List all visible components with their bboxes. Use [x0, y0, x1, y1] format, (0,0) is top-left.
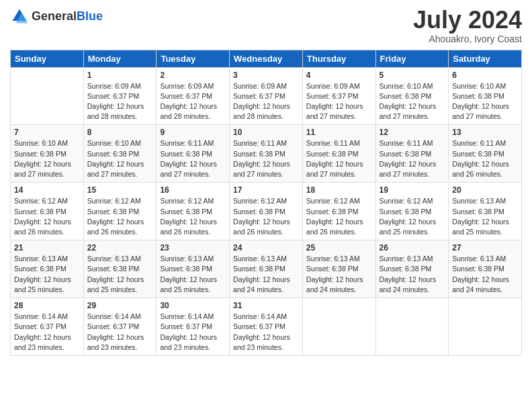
day-info: Sunrise: 6:12 AM Sunset: 6:38 PM Dayligh… [160, 196, 226, 237]
day-info: Sunrise: 6:12 AM Sunset: 6:38 PM Dayligh… [87, 196, 153, 237]
daylight-text: Daylight: 12 hours and 28 minutes. [160, 101, 226, 122]
day-number: 28 [14, 301, 80, 310]
logo: GeneralBlue [10, 7, 103, 26]
sunset-text: Sunset: 6:38 PM [233, 149, 299, 159]
day-number: 2 [160, 71, 226, 80]
title-area: July 2024 Ahouakro, Ivory Coast [413, 7, 522, 44]
daylight-text: Daylight: 12 hours and 24 minutes. [233, 275, 299, 295]
sunset-text: Sunset: 6:38 PM [160, 264, 226, 274]
sunset-text: Sunset: 6:38 PM [452, 264, 518, 274]
table-row: 6 Sunrise: 6:10 AM Sunset: 6:38 PM Dayli… [449, 67, 522, 125]
sunrise-text: Sunrise: 6:10 AM [452, 81, 518, 91]
calendar-table: Sunday Monday Tuesday Wednesday Thursday… [10, 50, 522, 356]
day-number: 30 [160, 301, 226, 310]
sunset-text: Sunset: 6:37 PM [233, 91, 299, 101]
sunrise-text: Sunrise: 6:12 AM [306, 196, 372, 206]
table-row: 27 Sunrise: 6:13 AM Sunset: 6:38 PM Dayl… [449, 240, 522, 298]
sunrise-text: Sunrise: 6:12 AM [380, 196, 445, 206]
day-info: Sunrise: 6:14 AM Sunset: 6:37 PM Dayligh… [233, 312, 299, 353]
sunrise-text: Sunrise: 6:11 AM [380, 138, 445, 148]
day-info: Sunrise: 6:11 AM Sunset: 6:38 PM Dayligh… [452, 138, 518, 179]
sunrise-text: Sunrise: 6:14 AM [87, 312, 153, 322]
sunset-text: Sunset: 6:38 PM [14, 149, 80, 159]
table-row: 19 Sunrise: 6:12 AM Sunset: 6:38 PM Dayl… [375, 183, 449, 240]
day-info: Sunrise: 6:11 AM Sunset: 6:38 PM Dayligh… [233, 138, 299, 179]
sunrise-text: Sunrise: 6:09 AM [87, 81, 153, 91]
sunrise-text: Sunrise: 6:12 AM [87, 196, 153, 206]
day-number: 8 [87, 128, 153, 137]
daylight-text: Daylight: 12 hours and 26 minutes. [452, 159, 518, 179]
sunset-text: Sunset: 6:37 PM [14, 322, 80, 332]
sunrise-text: Sunrise: 6:14 AM [160, 312, 226, 322]
sunset-text: Sunset: 6:38 PM [452, 91, 518, 101]
daylight-text: Daylight: 12 hours and 26 minutes. [87, 217, 153, 237]
calendar-body: 1 Sunrise: 6:09 AM Sunset: 6:37 PM Dayli… [11, 67, 522, 355]
daylight-text: Daylight: 12 hours and 27 minutes. [380, 101, 445, 122]
sunrise-text: Sunrise: 6:12 AM [14, 196, 80, 206]
sunset-text: Sunset: 6:37 PM [160, 322, 226, 332]
table-row: 15 Sunrise: 6:12 AM Sunset: 6:38 PM Dayl… [83, 183, 157, 240]
logo-blue: Blue [77, 9, 103, 23]
day-number: 26 [380, 243, 445, 253]
header-thursday: Thursday [302, 50, 375, 67]
daylight-text: Daylight: 12 hours and 23 minutes. [87, 332, 153, 353]
day-number: 4 [306, 71, 372, 80]
day-info: Sunrise: 6:11 AM Sunset: 6:38 PM Dayligh… [380, 138, 445, 179]
day-number: 11 [306, 128, 372, 137]
table-row: 2 Sunrise: 6:09 AM Sunset: 6:37 PM Dayli… [157, 67, 230, 125]
sunrise-text: Sunrise: 6:10 AM [14, 138, 80, 148]
day-info: Sunrise: 6:09 AM Sunset: 6:37 PM Dayligh… [87, 81, 153, 122]
day-number: 20 [452, 185, 518, 195]
daylight-text: Daylight: 12 hours and 27 minutes. [452, 101, 518, 122]
daylight-text: Daylight: 12 hours and 24 minutes. [380, 275, 445, 295]
table-row: 24 Sunrise: 6:13 AM Sunset: 6:38 PM Dayl… [230, 240, 303, 298]
daylight-text: Daylight: 12 hours and 26 minutes. [160, 217, 226, 237]
day-number: 7 [14, 128, 80, 137]
sunset-text: Sunset: 6:38 PM [87, 207, 153, 217]
day-info: Sunrise: 6:13 AM Sunset: 6:38 PM Dayligh… [233, 254, 299, 295]
table-row: 21 Sunrise: 6:13 AM Sunset: 6:38 PM Dayl… [11, 240, 84, 298]
day-number: 15 [87, 185, 153, 195]
sunrise-text: Sunrise: 6:13 AM [233, 254, 299, 264]
daylight-text: Daylight: 12 hours and 28 minutes. [87, 101, 153, 122]
sunset-text: Sunset: 6:38 PM [306, 207, 372, 217]
daylight-text: Daylight: 12 hours and 24 minutes. [306, 275, 372, 295]
table-row: 28 Sunrise: 6:14 AM Sunset: 6:37 PM Dayl… [11, 298, 84, 356]
day-info: Sunrise: 6:09 AM Sunset: 6:37 PM Dayligh… [233, 81, 299, 122]
sunset-text: Sunset: 6:38 PM [160, 207, 226, 217]
table-row: 17 Sunrise: 6:12 AM Sunset: 6:38 PM Dayl… [230, 183, 303, 240]
logo-general: General [32, 9, 77, 23]
sunset-text: Sunset: 6:38 PM [233, 207, 299, 217]
daylight-text: Daylight: 12 hours and 26 minutes. [14, 217, 80, 237]
daylight-text: Daylight: 12 hours and 23 minutes. [160, 332, 226, 353]
day-info: Sunrise: 6:13 AM Sunset: 6:38 PM Dayligh… [14, 254, 80, 295]
sunrise-text: Sunrise: 6:13 AM [306, 254, 372, 264]
table-row: 20 Sunrise: 6:13 AM Sunset: 6:38 PM Dayl… [449, 183, 522, 240]
calendar-week-row: 14 Sunrise: 6:12 AM Sunset: 6:38 PM Dayl… [11, 183, 522, 240]
day-info: Sunrise: 6:09 AM Sunset: 6:37 PM Dayligh… [306, 81, 372, 122]
table-row: 13 Sunrise: 6:11 AM Sunset: 6:38 PM Dayl… [449, 125, 522, 183]
sunrise-text: Sunrise: 6:10 AM [380, 81, 445, 91]
day-number: 21 [14, 243, 80, 253]
day-number: 31 [233, 301, 299, 310]
day-info: Sunrise: 6:12 AM Sunset: 6:38 PM Dayligh… [306, 196, 372, 237]
day-number: 12 [380, 128, 445, 137]
daylight-text: Daylight: 12 hours and 26 minutes. [306, 217, 372, 237]
sunset-text: Sunset: 6:38 PM [452, 207, 518, 217]
month-year: July 2024 [413, 7, 522, 34]
table-row: 30 Sunrise: 6:14 AM Sunset: 6:37 PM Dayl… [157, 298, 230, 356]
table-row: 31 Sunrise: 6:14 AM Sunset: 6:37 PM Dayl… [230, 298, 303, 356]
daylight-text: Daylight: 12 hours and 24 minutes. [452, 275, 518, 295]
sunset-text: Sunset: 6:38 PM [233, 264, 299, 274]
day-info: Sunrise: 6:10 AM Sunset: 6:38 PM Dayligh… [87, 138, 153, 179]
table-row: 10 Sunrise: 6:11 AM Sunset: 6:38 PM Dayl… [230, 125, 303, 183]
sunset-text: Sunset: 6:38 PM [380, 149, 445, 159]
sunset-text: Sunset: 6:37 PM [87, 322, 153, 332]
day-info: Sunrise: 6:12 AM Sunset: 6:38 PM Dayligh… [233, 196, 299, 237]
table-row: 22 Sunrise: 6:13 AM Sunset: 6:38 PM Dayl… [83, 240, 157, 298]
sunset-text: Sunset: 6:38 PM [452, 149, 518, 159]
sunrise-text: Sunrise: 6:12 AM [160, 196, 226, 206]
day-info: Sunrise: 6:12 AM Sunset: 6:38 PM Dayligh… [14, 196, 80, 237]
day-number: 10 [233, 128, 299, 137]
day-info: Sunrise: 6:14 AM Sunset: 6:37 PM Dayligh… [87, 312, 153, 353]
